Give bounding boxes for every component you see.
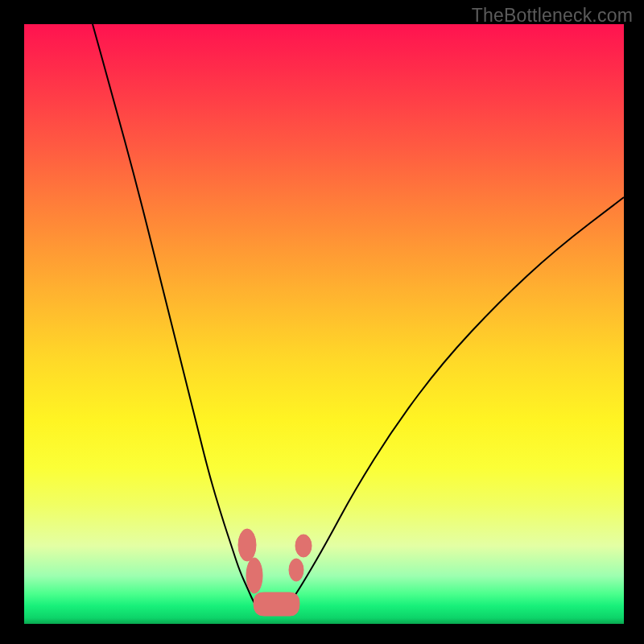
left-curve bbox=[93, 24, 258, 609]
right-blob-upper-icon bbox=[295, 535, 312, 557]
watermark-text: TheBottleneck.com bbox=[472, 5, 633, 27]
chart-svg bbox=[24, 24, 624, 624]
bottom-blob-icon bbox=[254, 592, 299, 616]
left-blob-lower-icon bbox=[246, 558, 262, 593]
outer-frame: TheBottleneck.com bbox=[0, 0, 644, 644]
left-blob-upper-icon bbox=[238, 529, 256, 561]
right-curve bbox=[286, 197, 624, 609]
right-blob-lower-icon bbox=[289, 559, 303, 581]
